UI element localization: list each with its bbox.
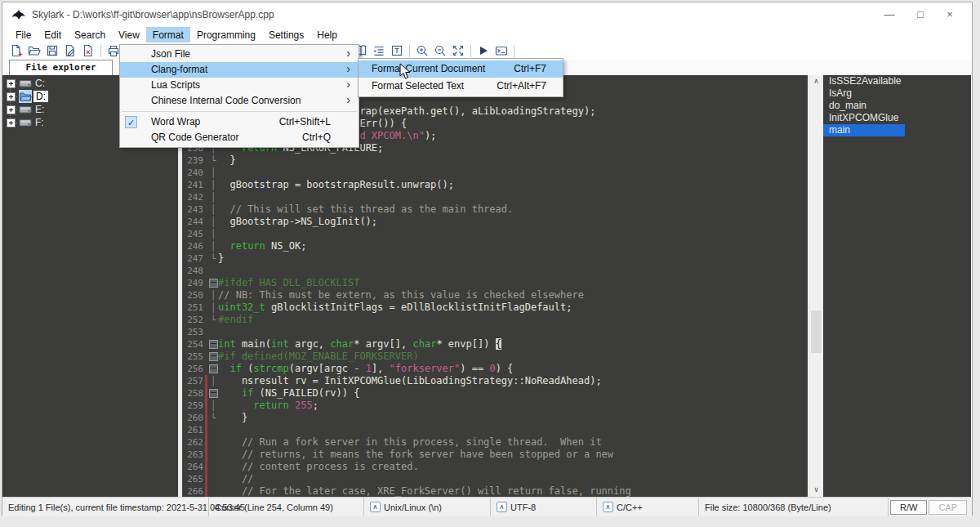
fold-margin[interactable] [208, 449, 218, 461]
fold-margin[interactable]: └ [208, 412, 218, 424]
terminal-icon[interactable] [492, 43, 510, 58]
fold-margin[interactable] [208, 424, 218, 436]
code-line-253[interactable]: 253 [182, 326, 808, 338]
edit-file-icon[interactable] [61, 43, 79, 58]
fold-collapse-icon[interactable] [209, 352, 218, 361]
menu-item-qr-code-generator[interactable]: QR Code GeneratorCtrl+Q [120, 130, 359, 145]
fold-margin[interactable]: │ [208, 179, 218, 191]
fold-margin[interactable]: └ [208, 314, 218, 326]
fold-margin[interactable]: └ [208, 252, 218, 265]
code-line-259[interactable]: 259│ return 255; [182, 400, 808, 412]
indent-icon[interactable] [370, 43, 388, 58]
code-line-246[interactable]: 246│ return NS_OK; [182, 240, 808, 252]
fit-window-icon[interactable] [449, 43, 467, 58]
submenu-item-format-selected-text[interactable]: Format Selected TextCtrl+Alt+F7 [359, 78, 563, 95]
symbol-item-main[interactable]: main [823, 124, 905, 136]
menu-item-lua-scripts[interactable]: Lua Scripts› [120, 78, 359, 93]
code-line-245[interactable]: 245│ [182, 228, 808, 240]
code-line-244[interactable]: 244│ gBootstrap->NS_LogInit(); [182, 216, 808, 228]
fold-margin[interactable]: │ [208, 289, 218, 301]
fold-margin[interactable]: │ [208, 400, 218, 412]
code-line-262[interactable]: 262 // Run a fork server in this process… [182, 436, 808, 449]
menu-help[interactable]: Help [310, 27, 344, 42]
fold-margin[interactable]: └ [208, 154, 218, 167]
menu-format[interactable]: Format [146, 27, 190, 42]
symbol-item-initxpcomglue[interactable]: InitXPCOMGlue [823, 112, 971, 124]
code-line-258[interactable]: 258 if (NS_FAILED(rv)) { [182, 387, 808, 400]
save-file-icon[interactable] [43, 43, 61, 58]
code-line-242[interactable]: 242│ [182, 191, 808, 203]
expand-box-icon[interactable] [7, 79, 16, 88]
dropdown-caret-icon[interactable]: ∧ [497, 502, 507, 512]
menu-file[interactable]: File [9, 27, 38, 42]
fold-margin[interactable]: │ [208, 240, 218, 252]
code-line-256[interactable]: 256 if (strcmp(argv[argc - 1], "forkserv… [182, 363, 808, 375]
fold-margin[interactable] [208, 436, 218, 449]
menu-view[interactable]: View [112, 27, 146, 42]
code-line-263[interactable]: 263 // returns, it means the fork server… [182, 449, 808, 461]
expand-box-icon[interactable] [7, 118, 16, 127]
menu-item-clang-format[interactable]: Clang-format› [120, 62, 359, 78]
rw-indicator[interactable]: R/W [890, 500, 927, 515]
fold-collapse-icon[interactable] [209, 364, 218, 373]
file-explorer-tab[interactable]: File explorer [9, 60, 113, 75]
fold-margin[interactable] [208, 461, 218, 473]
code-line-265[interactable]: 265 // [182, 473, 808, 485]
dropdown-caret-icon[interactable]: ∧ [603, 502, 613, 512]
fold-margin[interactable] [208, 277, 218, 289]
menu-edit[interactable]: Edit [38, 27, 68, 42]
symbol-item-isarg[interactable]: IsArg [823, 87, 971, 100]
code-line-241[interactable]: 241│ gBootstrap = bootstrapResult.unwrap… [182, 179, 808, 191]
fold-margin[interactable] [208, 387, 218, 400]
menu-programming[interactable]: Programming [190, 27, 262, 42]
symbol-item-do-main[interactable]: do_main [823, 100, 971, 112]
menu-search[interactable]: Search [68, 27, 112, 42]
code-line-243[interactable]: 243│ // This will set this thread as the… [182, 203, 808, 216]
menu-item-word-wrap[interactable]: ✓Word WrapCtrl+Shift+L [120, 114, 359, 130]
open-file-icon[interactable] [25, 43, 43, 58]
code-line-251[interactable]: 251│uint32_t gBlocklistInitFlags = eDllB… [182, 301, 808, 314]
fold-collapse-icon[interactable] [209, 340, 218, 349]
fold-margin[interactable] [208, 338, 218, 351]
fold-margin[interactable]: │ [208, 375, 218, 387]
close-file-icon[interactable] [79, 43, 97, 58]
menu-settings[interactable]: Settings [262, 27, 310, 42]
maximize-button[interactable]: □ [906, 3, 934, 25]
fold-margin[interactable]: │ [208, 301, 218, 314]
text-format-icon[interactable] [388, 43, 406, 58]
cap-indicator[interactable]: CAP [929, 500, 967, 515]
code-line-248[interactable]: 248 [182, 265, 808, 277]
code-line-261[interactable]: 261 [182, 424, 808, 436]
fold-margin[interactable] [208, 485, 218, 497]
code-line-264[interactable]: 264 // content process is created. [182, 461, 808, 473]
fold-collapse-icon[interactable] [209, 389, 218, 398]
code-line-249[interactable]: 249#ifdef HAS_DLL_BLOCKLIST [182, 277, 808, 289]
new-file-icon[interactable] [7, 43, 25, 58]
menu-item-chinese-internal-code-conversion[interactable]: Chinese Internal Code Conversion› [120, 93, 359, 109]
expand-box-icon[interactable] [7, 105, 16, 114]
code-line-239[interactable]: 239└ } [182, 154, 808, 167]
code-line-250[interactable]: 250│// NB: This must be extern, as this … [182, 289, 808, 301]
code-line-266[interactable]: 266 // For the later case, XRE_ForkServe… [182, 485, 808, 497]
code-line-252[interactable]: 252└#endif [182, 314, 808, 326]
fold-margin[interactable]: │ [208, 167, 218, 179]
code-line-247[interactable]: 247└} [182, 252, 808, 265]
fold-margin[interactable]: │ [208, 228, 218, 240]
zoom-in-icon[interactable] [413, 43, 431, 58]
code-line-255[interactable]: 255#if defined(MOZ_ENABLE_FORKSERVER) [182, 351, 808, 363]
fold-margin[interactable] [208, 326, 218, 338]
fold-margin[interactable] [208, 265, 218, 277]
zoom-out-icon[interactable] [431, 43, 449, 58]
fold-margin[interactable]: │ [208, 203, 218, 216]
fold-margin[interactable] [208, 363, 218, 375]
code-line-254[interactable]: 254int main(int argc, char* argv[], char… [182, 338, 808, 351]
symbol-item-issse2available[interactable]: IsSSE2Available [823, 75, 971, 87]
fold-margin[interactable]: │ [208, 216, 218, 228]
code-line-257[interactable]: 257│ nsresult rv = InitXPCOMGlue(LibLoad… [182, 375, 808, 387]
dropdown-caret-icon[interactable]: ∧ [370, 502, 381, 512]
scroll-thumb[interactable] [811, 310, 822, 353]
minimize-button[interactable]: — [875, 3, 903, 25]
fold-margin[interactable] [208, 351, 218, 363]
expand-box-icon[interactable] [7, 92, 16, 101]
submenu-item-format-current-document[interactable]: Format Current DocumentCtrl+F7 [359, 60, 563, 78]
